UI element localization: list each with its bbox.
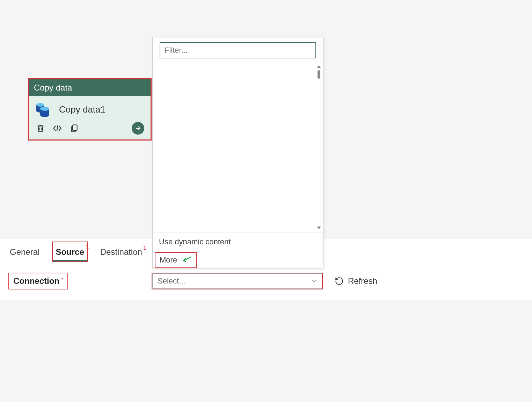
tab-destination-badge: 1 [143, 245, 146, 251]
scroll-up-icon[interactable] [317, 65, 321, 68]
more-label: More [160, 256, 177, 264]
scrollbar[interactable] [317, 63, 321, 232]
svg-point-0 [36, 103, 44, 107]
svg-rect-2 [73, 125, 77, 130]
dropdown-list[interactable] [153, 63, 323, 232]
select-placeholder: Select... [158, 277, 185, 286]
tab-destination-label: Destination [100, 247, 142, 257]
connection-dropdown[interactable]: Use dynamic content More [152, 37, 323, 268]
activity-header: Copy data [29, 79, 151, 96]
arrow-annotation-icon [181, 256, 192, 265]
activity-body: Copy data1 [29, 96, 151, 121]
delete-icon[interactable] [35, 123, 46, 134]
tab-general[interactable]: General [8, 242, 41, 262]
use-dynamic-content-option[interactable]: Use dynamic content [153, 232, 323, 251]
refresh-icon [335, 277, 344, 286]
database-icon [35, 102, 51, 117]
more-option[interactable]: More [155, 252, 197, 268]
more-option-wrapper: More [155, 252, 197, 268]
connection-select[interactable]: Select... [152, 273, 322, 289]
required-indicator: * [61, 276, 63, 283]
connection-select-wrap: Select... [152, 273, 323, 289]
filter-input[interactable] [160, 42, 316, 58]
activity-name[interactable]: Copy data1 [59, 104, 105, 115]
code-icon[interactable] [52, 123, 63, 134]
tab-source-badge: 1 [86, 244, 89, 251]
connection-label-wrap: Connection* [8, 273, 68, 289]
run-icon[interactable] [132, 122, 144, 135]
refresh-label: Refresh [348, 276, 377, 286]
refresh-button[interactable]: Refresh [335, 276, 377, 286]
copy-icon[interactable] [69, 123, 79, 134]
scroll-down-icon[interactable] [317, 227, 321, 229]
chevron-down-icon [311, 277, 317, 286]
activity-toolbar [29, 121, 151, 139]
svg-point-1 [40, 107, 49, 111]
tab-source-label: Source [56, 247, 84, 257]
tab-source[interactable]: Source 1 [52, 242, 87, 262]
copy-data-activity[interactable]: Copy data Copy data1 [28, 78, 152, 141]
connection-label: Connection [13, 276, 59, 286]
scroll-thumb[interactable] [318, 70, 320, 79]
tab-destination[interactable]: Destination 1 [99, 242, 144, 262]
